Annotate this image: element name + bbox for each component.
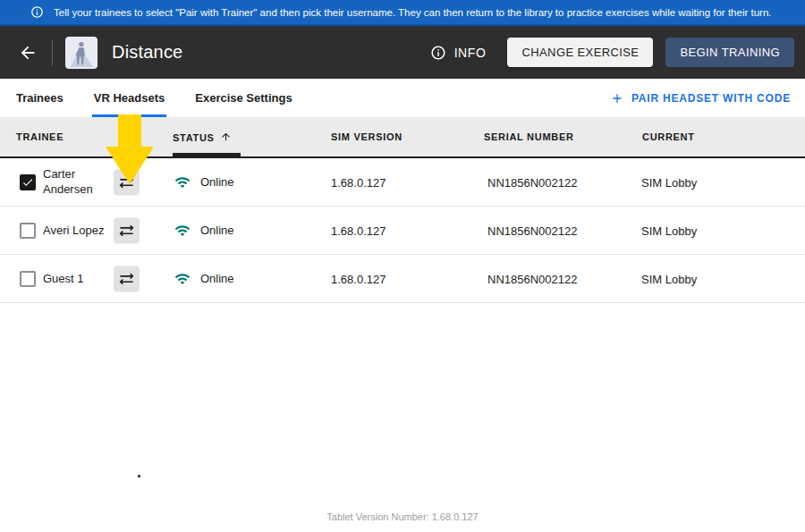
wifi-icon xyxy=(174,271,191,287)
sim-version: 1.68.0.127 xyxy=(331,272,386,285)
status-text: Online xyxy=(200,224,234,237)
info-icon xyxy=(430,45,446,61)
page-title: Distance xyxy=(112,42,182,63)
column-header-status[interactable]: STATUS xyxy=(173,131,232,143)
checkmark-icon xyxy=(21,176,34,189)
serial-number: NN1856N002122 xyxy=(487,224,577,237)
current-location: SIM Lobby xyxy=(641,224,697,237)
table-header: TRAINEE STATUS SIM VERSION SERIAL NUMBER… xyxy=(0,117,805,158)
status-text: Online xyxy=(200,272,234,285)
status-header-label: STATUS xyxy=(173,131,215,142)
pair-headset-with-code-button[interactable]: PAIR HEADSET WITH CODE xyxy=(610,79,791,117)
appbar-divider xyxy=(52,39,53,66)
trainee-checkbox[interactable] xyxy=(20,223,36,239)
sim-version: 1.68.0.127 xyxy=(331,175,386,189)
trainee-name: Guest 1 xyxy=(43,271,113,287)
arrow-back-icon xyxy=(18,43,38,63)
trainee-checkbox[interactable] xyxy=(20,174,36,190)
trainee-name: Carter Andersen xyxy=(43,166,113,198)
change-exercise-button[interactable]: CHANGE EXERCISE xyxy=(507,38,653,67)
swap-arrows-icon xyxy=(118,270,135,287)
headset-table-body: Carter Andersen Online 1.68.0.127 NN1856… xyxy=(0,158,805,303)
current-location: SIM Lobby xyxy=(641,175,697,189)
status-cell: Online xyxy=(174,223,234,239)
banner-message: Tell your trainees to select "Pair with … xyxy=(54,7,771,18)
status-sort-underline xyxy=(173,153,241,156)
tab-trainees[interactable]: Trainees xyxy=(14,79,65,117)
tablet-version-footer: Tablet Version Number: 1.68.0.127 xyxy=(0,511,805,522)
wifi-icon xyxy=(174,174,191,190)
tab-bar: Trainees VR Headsets Exercise Settings P… xyxy=(0,79,805,117)
table-row: Guest 1 Online 1.68.0.127 NN1856N002122 … xyxy=(0,255,805,303)
table-row: Averi Lopez Online 1.68.0.127 NN1856N002… xyxy=(0,207,805,255)
table-row: Carter Andersen Online 1.68.0.127 NN1856… xyxy=(0,158,805,207)
info-icon xyxy=(30,5,44,19)
person-distance-icon xyxy=(65,37,97,69)
plus-icon xyxy=(610,91,624,106)
swap-arrows-icon xyxy=(118,173,135,190)
notification-banner: Tell your trainees to select "Pair with … xyxy=(0,0,805,26)
app-bar: Distance INFO CHANGE EXERCISE BEGIN TRAI… xyxy=(0,26,805,79)
serial-number: NN1856N002122 xyxy=(487,175,577,189)
column-header-trainee: TRAINEE xyxy=(16,131,64,142)
swap-arrows-icon xyxy=(118,222,135,239)
tab-vr-headsets[interactable]: VR Headsets xyxy=(92,79,166,117)
column-header-current: CURRENT xyxy=(642,131,695,142)
info-label: INFO xyxy=(454,46,487,60)
status-cell: Online xyxy=(174,174,234,190)
back-button[interactable] xyxy=(18,43,38,63)
appbar-actions: INFO CHANGE EXERCISE BEGIN TRAINING xyxy=(430,38,794,67)
swap-headset-button[interactable] xyxy=(114,217,140,243)
serial-number: NN1856N002122 xyxy=(487,272,577,285)
status-cell: Online xyxy=(174,271,234,287)
column-header-serial-number: SERIAL NUMBER xyxy=(484,131,574,142)
swap-headset-button[interactable] xyxy=(114,169,140,195)
trainee-name: Averi Lopez xyxy=(43,223,113,239)
tab-exercise-settings[interactable]: Exercise Settings xyxy=(193,79,293,117)
sort-ascending-icon xyxy=(220,131,232,143)
exercise-thumbnail xyxy=(65,37,97,69)
current-location: SIM Lobby xyxy=(641,272,697,285)
sim-version: 1.68.0.127 xyxy=(331,224,386,237)
swap-headset-button[interactable] xyxy=(114,266,140,291)
wifi-icon xyxy=(174,223,191,239)
trainee-checkbox[interactable] xyxy=(20,271,36,287)
pair-headset-label: PAIR HEADSET WITH CODE xyxy=(631,92,791,105)
begin-training-button[interactable]: BEGIN TRAINING xyxy=(665,38,794,67)
stray-dot-artifact xyxy=(138,475,140,477)
column-header-sim-version: SIM VERSION xyxy=(331,131,402,142)
info-button[interactable]: INFO xyxy=(430,45,487,61)
status-text: Online xyxy=(200,175,234,189)
